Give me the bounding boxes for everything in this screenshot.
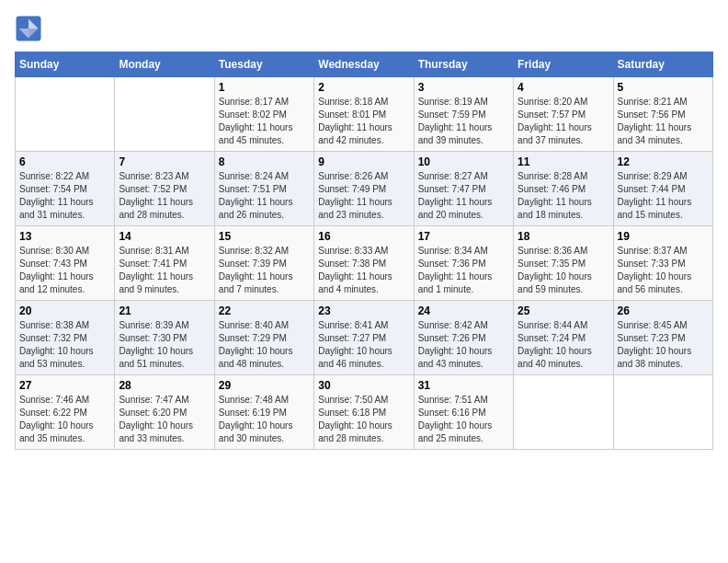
day-number: 3 xyxy=(418,81,509,94)
day-number: 13 xyxy=(19,230,110,243)
calendar-cell: 25Sunrise: 8:44 AM Sunset: 7:24 PM Dayli… xyxy=(514,301,613,375)
day-info: Sunrise: 8:23 AM Sunset: 7:52 PM Dayligh… xyxy=(119,170,210,222)
calendar-cell xyxy=(115,77,214,152)
day-number: 14 xyxy=(119,230,210,243)
day-number: 24 xyxy=(418,304,509,317)
day-info: Sunrise: 8:17 AM Sunset: 8:02 PM Dayligh… xyxy=(219,96,310,147)
day-number: 12 xyxy=(618,155,709,168)
calendar-cell xyxy=(16,77,115,152)
calendar-header-row: SundayMondayTuesdayWednesdayThursdayFrid… xyxy=(16,52,713,77)
calendar-cell: 10Sunrise: 8:27 AM Sunset: 7:47 PM Dayli… xyxy=(414,152,513,226)
day-info: Sunrise: 8:24 AM Sunset: 7:51 PM Dayligh… xyxy=(219,170,310,222)
day-number: 18 xyxy=(518,230,609,243)
calendar-week-row: 27Sunrise: 7:46 AM Sunset: 6:22 PM Dayli… xyxy=(16,375,713,450)
day-info: Sunrise: 8:28 AM Sunset: 7:46 PM Dayligh… xyxy=(518,170,609,222)
logo-icon xyxy=(15,15,42,42)
calendar-cell: 18Sunrise: 8:36 AM Sunset: 7:35 PM Dayli… xyxy=(514,226,613,301)
calendar-cell: 23Sunrise: 8:41 AM Sunset: 7:27 PM Dayli… xyxy=(314,301,414,375)
calendar-header-tuesday: Tuesday xyxy=(214,52,313,77)
calendar-cell: 21Sunrise: 8:39 AM Sunset: 7:30 PM Dayli… xyxy=(115,301,214,375)
calendar-cell: 1Sunrise: 8:17 AM Sunset: 8:02 PM Daylig… xyxy=(214,77,313,152)
calendar-header-saturday: Saturday xyxy=(613,52,712,77)
day-number: 30 xyxy=(318,379,409,392)
day-info: Sunrise: 7:51 AM Sunset: 6:16 PM Dayligh… xyxy=(418,394,509,445)
calendar-cell: 8Sunrise: 8:24 AM Sunset: 7:51 PM Daylig… xyxy=(214,152,313,226)
day-info: Sunrise: 8:38 AM Sunset: 7:32 PM Dayligh… xyxy=(19,319,110,371)
calendar-cell: 31Sunrise: 7:51 AM Sunset: 6:16 PM Dayli… xyxy=(414,375,513,450)
day-number: 29 xyxy=(219,379,310,392)
calendar-week-row: 6Sunrise: 8:22 AM Sunset: 7:54 PM Daylig… xyxy=(16,152,713,226)
calendar-cell: 22Sunrise: 8:40 AM Sunset: 7:29 PM Dayli… xyxy=(214,301,313,375)
calendar-cell: 24Sunrise: 8:42 AM Sunset: 7:26 PM Dayli… xyxy=(414,301,513,375)
day-info: Sunrise: 8:39 AM Sunset: 7:30 PM Dayligh… xyxy=(119,319,210,371)
day-info: Sunrise: 8:31 AM Sunset: 7:41 PM Dayligh… xyxy=(119,245,210,296)
day-info: Sunrise: 8:42 AM Sunset: 7:26 PM Dayligh… xyxy=(418,319,509,371)
calendar-week-row: 13Sunrise: 8:30 AM Sunset: 7:43 PM Dayli… xyxy=(16,226,713,301)
calendar-cell: 16Sunrise: 8:33 AM Sunset: 7:38 PM Dayli… xyxy=(314,226,414,301)
day-info: Sunrise: 8:20 AM Sunset: 7:57 PM Dayligh… xyxy=(518,96,609,147)
day-info: Sunrise: 8:41 AM Sunset: 7:27 PM Dayligh… xyxy=(318,319,409,371)
day-number: 2 xyxy=(318,81,409,94)
calendar-cell: 12Sunrise: 8:29 AM Sunset: 7:44 PM Dayli… xyxy=(613,152,712,226)
day-number: 5 xyxy=(618,81,709,94)
day-number: 8 xyxy=(219,155,310,168)
calendar-header-monday: Monday xyxy=(115,52,214,77)
day-number: 17 xyxy=(418,230,509,243)
calendar-cell: 14Sunrise: 8:31 AM Sunset: 7:41 PM Dayli… xyxy=(115,226,214,301)
day-info: Sunrise: 7:50 AM Sunset: 6:18 PM Dayligh… xyxy=(318,394,409,445)
day-info: Sunrise: 8:30 AM Sunset: 7:43 PM Dayligh… xyxy=(19,245,110,296)
day-number: 20 xyxy=(19,304,110,317)
calendar-cell: 7Sunrise: 8:23 AM Sunset: 7:52 PM Daylig… xyxy=(115,152,214,226)
day-number: 6 xyxy=(19,155,110,168)
calendar-cell: 19Sunrise: 8:37 AM Sunset: 7:33 PM Dayli… xyxy=(613,226,712,301)
day-info: Sunrise: 8:36 AM Sunset: 7:35 PM Dayligh… xyxy=(518,245,609,296)
calendar-cell: 26Sunrise: 8:45 AM Sunset: 7:23 PM Dayli… xyxy=(613,301,712,375)
calendar-table: SundayMondayTuesdayWednesdayThursdayFrid… xyxy=(15,52,713,450)
calendar-week-row: 20Sunrise: 8:38 AM Sunset: 7:32 PM Dayli… xyxy=(16,301,713,375)
day-number: 26 xyxy=(618,304,709,317)
day-info: Sunrise: 7:48 AM Sunset: 6:19 PM Dayligh… xyxy=(219,394,310,445)
calendar-cell xyxy=(613,375,712,450)
calendar-cell: 3Sunrise: 8:19 AM Sunset: 7:59 PM Daylig… xyxy=(414,77,513,152)
day-info: Sunrise: 8:33 AM Sunset: 7:38 PM Dayligh… xyxy=(318,245,409,296)
day-number: 1 xyxy=(219,81,310,94)
calendar-week-row: 1Sunrise: 8:17 AM Sunset: 8:02 PM Daylig… xyxy=(16,77,713,152)
day-info: Sunrise: 8:22 AM Sunset: 7:54 PM Dayligh… xyxy=(19,170,110,222)
day-info: Sunrise: 8:26 AM Sunset: 7:49 PM Dayligh… xyxy=(318,170,409,222)
calendar-cell: 30Sunrise: 7:50 AM Sunset: 6:18 PM Dayli… xyxy=(314,375,414,450)
day-info: Sunrise: 8:29 AM Sunset: 7:44 PM Dayligh… xyxy=(618,170,709,222)
day-number: 23 xyxy=(318,304,409,317)
day-number: 27 xyxy=(19,379,110,392)
calendar-cell: 28Sunrise: 7:47 AM Sunset: 6:20 PM Dayli… xyxy=(115,375,214,450)
day-info: Sunrise: 8:45 AM Sunset: 7:23 PM Dayligh… xyxy=(618,319,709,371)
day-info: Sunrise: 8:34 AM Sunset: 7:36 PM Dayligh… xyxy=(418,245,509,296)
day-number: 25 xyxy=(518,304,609,317)
logo-area xyxy=(15,15,46,42)
calendar-header-thursday: Thursday xyxy=(414,52,513,77)
day-info: Sunrise: 7:46 AM Sunset: 6:22 PM Dayligh… xyxy=(19,394,110,445)
calendar-header-sunday: Sunday xyxy=(16,52,115,77)
day-info: Sunrise: 8:40 AM Sunset: 7:29 PM Dayligh… xyxy=(219,319,310,371)
day-number: 4 xyxy=(518,81,609,94)
day-number: 7 xyxy=(119,155,210,168)
calendar-cell: 15Sunrise: 8:32 AM Sunset: 7:39 PM Dayli… xyxy=(214,226,313,301)
calendar-cell: 6Sunrise: 8:22 AM Sunset: 7:54 PM Daylig… xyxy=(16,152,115,226)
day-number: 9 xyxy=(318,155,409,168)
calendar-cell: 13Sunrise: 8:30 AM Sunset: 7:43 PM Dayli… xyxy=(16,226,115,301)
day-number: 19 xyxy=(618,230,709,243)
calendar-cell: 9Sunrise: 8:26 AM Sunset: 7:49 PM Daylig… xyxy=(314,152,414,226)
day-number: 31 xyxy=(418,379,509,392)
day-info: Sunrise: 8:21 AM Sunset: 7:56 PM Dayligh… xyxy=(618,96,709,147)
day-number: 28 xyxy=(119,379,210,392)
day-info: Sunrise: 7:47 AM Sunset: 6:20 PM Dayligh… xyxy=(119,394,210,445)
calendar-cell: 27Sunrise: 7:46 AM Sunset: 6:22 PM Dayli… xyxy=(16,375,115,450)
day-number: 21 xyxy=(119,304,210,317)
day-number: 10 xyxy=(418,155,509,168)
day-info: Sunrise: 8:18 AM Sunset: 8:01 PM Dayligh… xyxy=(318,96,409,147)
calendar-cell: 20Sunrise: 8:38 AM Sunset: 7:32 PM Dayli… xyxy=(16,301,115,375)
day-info: Sunrise: 8:32 AM Sunset: 7:39 PM Dayligh… xyxy=(219,245,310,296)
calendar-cell: 29Sunrise: 7:48 AM Sunset: 6:19 PM Dayli… xyxy=(214,375,313,450)
calendar-cell: 17Sunrise: 8:34 AM Sunset: 7:36 PM Dayli… xyxy=(414,226,513,301)
day-number: 16 xyxy=(318,230,409,243)
calendar-cell xyxy=(514,375,613,450)
